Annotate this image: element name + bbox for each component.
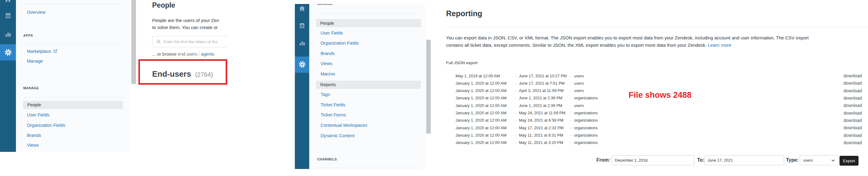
sidebar-item-macros[interactable]: Macros [320,71,335,76]
page-title: Reporting [446,9,482,18]
export-to-date: May 11, 2021 at 8:31 PM [519,133,567,138]
sidebar-item-views[interactable]: Views [27,143,38,148]
sidebar-item-ticket-forms[interactable]: Ticket Forms [320,112,346,117]
sidebar-item-label: People [320,21,334,26]
scrollbar-thumb[interactable] [131,0,136,84]
sidebar-item-ticket-fields[interactable]: Ticket Fields [320,102,345,107]
settings-gear-icon[interactable] [295,61,309,68]
sidebar-item-people[interactable]: People [316,19,421,27]
export-from-date: January 1, 2020 at 12:00 AM [456,118,512,122]
sidebar-item-contextual-workspaces[interactable]: Contextual Workspaces [320,123,367,128]
download-link[interactable]: download [843,88,862,93]
settings-gear-icon[interactable] [0,48,16,56]
to-date-input[interactable]: June 17, 2021 [705,155,784,165]
sidebar-item-brands[interactable]: Brands [27,133,41,138]
intro-line2: contains all ticket data, except comment… [446,41,732,48]
sidebar-item-organization-fields[interactable]: Organization Fields [27,123,65,128]
export-row: January 1, 2020 at 12:00 AM-May 24, 2021… [456,109,862,117]
export-to-date: June 1, 2021 at 2:39 PM [519,96,567,100]
export-type: users [574,74,584,78]
export-button[interactable]: Export [839,156,859,166]
export-from-date: January 1, 2020 at 12:00 AM [456,88,512,93]
page-description-line1: People are the users of your Zen [152,17,219,24]
sidebar-item-user-fields[interactable]: User Fields [320,31,343,35]
reports-icon[interactable] [295,40,309,46]
sidebar-scrollbar [426,4,431,169]
chevron-down-icon [831,158,836,163]
nav-rail [295,4,309,169]
from-date-input[interactable]: December 1, 2018 [612,155,694,165]
separator: - [567,81,574,85]
separator: - [512,103,519,108]
learn-more-link[interactable]: Learn more [708,42,732,48]
download-link[interactable]: download [843,140,862,145]
sidebar-scrollbar [131,0,137,152]
export-from-date: January 1, 2020 at 12:00 AM [456,96,512,100]
home-icon[interactable] [0,0,16,3]
download-link[interactable]: download [843,133,862,138]
to-date-value: June 17, 2021 [708,158,733,163]
export-to-date: May 24, 2021 at 6:58 PM [519,118,567,122]
download-link[interactable]: download [843,118,862,123]
separator: - [512,133,519,138]
search-icon [156,39,161,44]
export-from-date: May 1, 2019 at 12:00 AM [456,74,512,78]
people-search-input[interactable]: Enter the first few letters of the [152,36,227,47]
settings-nav-active[interactable] [0,44,16,61]
download-link[interactable]: download [843,111,862,115]
download-link[interactable]: download [843,96,862,101]
export-row: May 1, 2019 at 12:00 AM-June 17, 2021 at… [456,72,862,79]
manage-section-header: MANAGE [23,86,39,90]
sidebar-item-people[interactable]: People [23,101,123,109]
views-icon[interactable] [0,12,16,19]
export-from-date: January 1, 2020 at 12:00 AM [456,111,512,115]
intro-line2-text: contains all ticket data, except comment… [446,42,707,48]
export-from-date: January 1, 2020 at 12:00 AM [456,133,512,138]
separator: - [512,74,519,78]
end-users-link[interactable]: end users [178,51,197,57]
export-to-date: May 24, 2021 at 11:59 PM [519,111,567,115]
home-icon[interactable] [295,5,309,12]
export-from-date: January 1, 2020 at 12:00 AM [456,81,512,85]
sidebar-item-user-fields[interactable]: User Fields [27,112,49,117]
sidebar-item-dynamic-content[interactable]: Dynamic Content [320,133,354,138]
sidebar-item-label: Reports [320,82,336,87]
sidebar-item-brands[interactable]: Brands [320,51,335,56]
separator: - [567,74,574,78]
download-link[interactable]: download [843,103,862,108]
separator: - [512,126,519,130]
settings-nav-active[interactable] [295,57,309,73]
separator: - [567,103,574,108]
download-link[interactable]: download [843,73,862,78]
export-type: organizations [574,96,598,100]
separator: - [512,118,519,122]
download-link[interactable]: download [843,125,862,130]
full-json-export-label: Full JSON export [446,61,477,65]
export-row: January 1, 2020 at 12:00 AM-May 11, 2021… [456,132,862,139]
type-select[interactable]: users [800,155,838,165]
separator: - [512,81,519,85]
separator: - [567,118,574,122]
page-description-line2: to solve them. You can create or [152,24,218,31]
separator: - [567,133,574,138]
sidebar-item-views[interactable]: Views [320,61,332,66]
scrollbar-thumb[interactable] [426,40,431,134]
sidebar-item-organization-fields[interactable]: Organization Fields [320,41,359,45]
agents-link[interactable]: agents [201,51,214,57]
sidebar-item-marketplace[interactable]: Marketplace [27,49,57,54]
download-link[interactable]: download [843,81,862,85]
export-from-date: January 1, 2020 at 12:00 AM [456,140,512,145]
sidebar-item-manage[interactable]: Manage [27,59,43,64]
views-icon[interactable] [295,22,309,29]
composite-screenshot: Overview APPS Marketplace Manage MANAGE … [0,0,868,176]
export-to-date: April 3, 2021 at 11:59 PM [519,88,567,93]
sidebar-item-overview[interactable]: Overview [27,10,45,15]
export-type: users [574,88,584,93]
separator: - [567,96,574,100]
sidebar-item-reports[interactable]: Reports [316,81,421,89]
separator: - [567,140,574,145]
reports-icon[interactable] [0,31,16,38]
sidebar-item-tags[interactable]: Tags [320,92,330,97]
nav-rail [0,0,16,152]
settings-sidebar: MANAGE PeopleUser FieldsOrganization Fie… [309,4,426,169]
